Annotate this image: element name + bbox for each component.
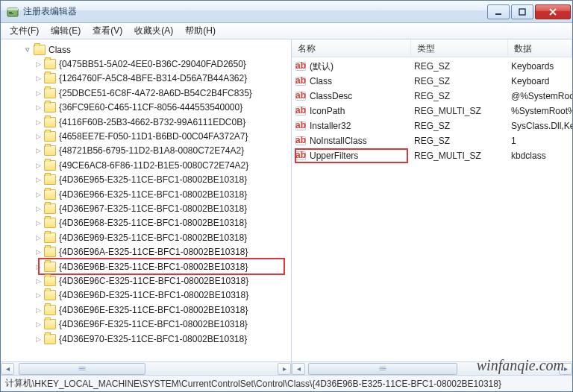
tree-hscrollbar[interactable]: ◂ ▸ — [1, 361, 291, 375]
tree-key[interactable]: {4D36E969-E325-11CE-BFC1-08002BE10318} — [1, 230, 291, 244]
tree-label: {49CE6AC8-6F86-11D2-B1E5-0080C72E74A2} — [59, 160, 248, 171]
value-row[interactable]: abClassDescREG_SZ@%SystemRoot — [292, 89, 572, 104]
tree-key[interactable]: {25DBCE51-6C8F-4A72-8A6D-B54C2B4FC835} — [1, 86, 291, 100]
value-row[interactable]: abNoInstallClassREG_SZ1 — [292, 133, 572, 148]
expander-icon[interactable] — [34, 262, 43, 271]
value-row[interactable]: ab(默认)REG_SZKeyboards — [292, 59, 572, 74]
scroll-track[interactable] — [307, 363, 557, 375]
tree-key[interactable]: {4D36E967-E325-11CE-BFC1-08002BE10318} — [1, 201, 291, 215]
menu-view[interactable]: 查看(V) — [87, 23, 128, 39]
expander-icon[interactable] — [34, 89, 43, 98]
expander-icon[interactable] — [34, 218, 43, 227]
folder-icon — [44, 247, 56, 257]
tree-label: {4D36E967-E325-11CE-BFC1-08002BE10318} — [59, 203, 247, 214]
expander-icon[interactable] — [34, 60, 43, 69]
scroll-left-button[interactable]: ◂ — [1, 363, 14, 375]
value-row[interactable]: abInstaller32REG_SZSysClass.Dll,Ke — [292, 118, 572, 133]
expander-icon[interactable] — [34, 161, 43, 170]
expander-icon[interactable] — [34, 276, 43, 285]
tree-key[interactable]: {4D36E965-E325-11CE-BFC1-08002BE10318} — [1, 173, 291, 187]
value-row[interactable]: abUpperFiltersREG_MULTI_SZkbdclass — [292, 148, 572, 163]
app-icon — [7, 6, 19, 18]
tree-label: {48721B56-6795-11D2-B1A8-0080C72E74A2} — [59, 145, 244, 156]
expander-icon[interactable] — [34, 146, 43, 155]
value-name: ClassDesc — [310, 91, 414, 101]
svg-rect-5 — [519, 9, 525, 15]
tree-key[interactable]: {0475BB51-5A02-4EE0-B36C-29040FAD2650} — [1, 57, 291, 71]
scroll-thumb[interactable] — [308, 363, 457, 375]
list-hscrollbar[interactable]: ◂ ▸ — [292, 361, 572, 375]
window-controls — [486, 4, 571, 19]
tree-key[interactable]: {4D36E96D-E325-11CE-BFC1-08002BE10318} — [1, 288, 291, 303]
expander-icon[interactable] — [34, 132, 43, 141]
value-row[interactable]: abClassREG_SZKeyboard — [292, 74, 572, 89]
minimize-button[interactable] — [487, 4, 510, 19]
expander-icon[interactable] — [34, 74, 43, 83]
expander-icon[interactable] — [34, 204, 43, 213]
expander-icon[interactable] — [34, 320, 43, 329]
tree-key[interactable]: {49CE6AC8-6F86-11D2-B1E5-0080C72E74A2} — [1, 158, 291, 172]
expander-icon[interactable] — [23, 45, 32, 54]
expander-icon[interactable] — [34, 291, 43, 300]
tree-key[interactable]: {4D36E966-E325-11CE-BFC1-08002BE10318} — [1, 187, 291, 201]
tree-label: {4D36E96A-E325-11CE-BFC1-08002BE10318} — [59, 247, 248, 257]
folder-icon — [44, 276, 56, 286]
folder-icon — [44, 233, 56, 243]
value-data: SysClass.Dll,Ke — [511, 121, 572, 131]
tree-key[interactable]: {4D36E970-E325-11CE-BFC1-08002BE10318} — [1, 332, 291, 346]
folder-icon — [44, 203, 56, 214]
tree-key[interactable]: {4D36E968-E325-11CE-BFC1-08002BE10318} — [1, 216, 291, 230]
scroll-right-button[interactable]: ▸ — [278, 363, 291, 375]
string-value-icon: ab — [295, 120, 307, 132]
col-type[interactable]: 类型 — [411, 39, 508, 57]
expander-icon[interactable] — [34, 175, 43, 184]
tree-key[interactable]: {4116F60B-25B3-4662-B732-99A6111EDC0B} — [1, 115, 291, 129]
menu-favorites[interactable]: 收藏夹(A) — [128, 23, 179, 39]
tree-key[interactable]: {36FC9E60-C465-11CF-8056-444553540000} — [1, 101, 291, 115]
tree-label: {25DBCE51-6C8F-4A72-8A6D-B54C2B4FC835} — [59, 88, 252, 98]
value-data: Keyboard — [511, 76, 572, 86]
titlebar[interactable]: 注册表编辑器 — [1, 1, 572, 23]
tree-label: {4D36E965-E325-11CE-BFC1-08002BE10318} — [59, 174, 247, 185]
expander-icon[interactable] — [34, 118, 43, 127]
expander-icon[interactable] — [34, 335, 43, 344]
col-data[interactable]: 数据 — [508, 39, 572, 57]
titlebar-text: 注册表编辑器 — [23, 5, 486, 18]
string-value-icon: ab — [295, 60, 307, 72]
workspace: Class{0475BB51-5A02-4EE0-B36C-29040FAD26… — [1, 39, 572, 375]
maximize-button[interactable] — [511, 4, 533, 19]
value-type: REG_SZ — [414, 61, 511, 72]
expander-icon[interactable] — [34, 247, 43, 256]
col-name[interactable]: 名称 — [292, 39, 411, 57]
tree-key[interactable]: {4D36E96F-E325-11CE-BFC1-08002BE10318} — [1, 317, 291, 331]
expander-icon[interactable] — [34, 233, 43, 242]
tree-label: {4D36E96D-E325-11CE-BFC1-08002BE10318} — [59, 290, 248, 300]
tree-key[interactable]: {4D36E96B-E325-11CE-BFC1-08002BE10318} — [1, 259, 291, 274]
scroll-left-button[interactable]: ◂ — [292, 363, 305, 375]
expander-icon[interactable] — [34, 306, 43, 314]
value-data: kbdclass — [511, 151, 572, 161]
tree-label: {4D36E968-E325-11CE-BFC1-08002BE10318} — [59, 218, 247, 228]
value-list[interactable]: ab(默认)REG_SZKeyboardsabClassREG_SZKeyboa… — [292, 57, 572, 361]
value-type: REG_SZ — [414, 121, 511, 131]
tree-key[interactable]: {4658EE7E-F050-11D1-B6BD-00C04FA372A7} — [1, 129, 291, 143]
scroll-track[interactable] — [16, 363, 276, 375]
value-row[interactable]: abIconPathREG_MULTI_SZ%SystemRoot% — [292, 104, 572, 118]
menu-help[interactable]: 帮助(H) — [179, 23, 222, 39]
tree-root[interactable]: Class — [1, 42, 291, 57]
tree-key[interactable]: {4D36E96C-E325-11CE-BFC1-08002BE10318} — [1, 274, 291, 288]
tree-key[interactable]: {4D36E96E-E325-11CE-BFC1-08002BE10318} — [1, 303, 291, 317]
tree-label: {4D36E966-E325-11CE-BFC1-08002BE10318} — [59, 189, 247, 200]
expander-icon[interactable] — [34, 190, 43, 199]
close-button[interactable] — [535, 4, 571, 19]
menu-edit[interactable]: 编辑(E) — [45, 23, 87, 39]
menu-file[interactable]: 文件(F) — [4, 23, 45, 39]
key-tree[interactable]: Class{0475BB51-5A02-4EE0-B36C-29040FAD26… — [1, 39, 291, 361]
expander-icon[interactable] — [34, 103, 43, 112]
scroll-right-button[interactable]: ▸ — [559, 363, 572, 375]
tree-key[interactable]: {1264760F-A5C8-4BFE-B314-D56A7B44A362} — [1, 72, 291, 86]
folder-icon — [44, 189, 56, 200]
tree-key[interactable]: {48721B56-6795-11D2-B1A8-0080C72E74A2} — [1, 144, 291, 158]
tree-key[interactable]: {4D36E96A-E325-11CE-BFC1-08002BE10318} — [1, 244, 291, 259]
scroll-thumb[interactable] — [19, 363, 145, 375]
